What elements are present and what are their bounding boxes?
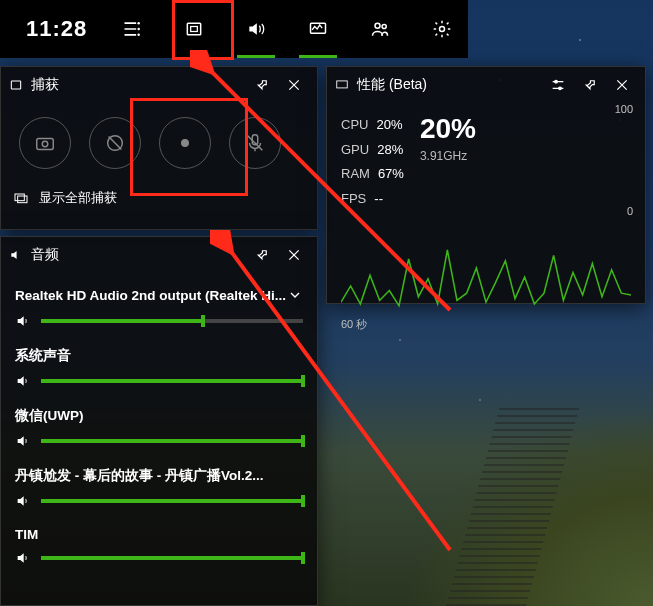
perf-chart <box>341 223 631 313</box>
audio-mixer-item: 微信(UWP) <box>15 407 303 449</box>
svg-rect-5 <box>191 27 198 32</box>
audio-close-button[interactable] <box>279 240 309 270</box>
performance-widget: 性能 (Beta) CPU20% GPU28% RAM67% FPS-- 20%… <box>326 66 646 304</box>
screenshot-button[interactable] <box>19 117 71 169</box>
svg-point-14 <box>181 139 188 146</box>
speaker-icon <box>15 433 31 449</box>
volume-slider[interactable] <box>15 373 303 389</box>
audio-icon <box>9 248 23 262</box>
audio-app-label: 系统声音 <box>15 347 303 365</box>
perf-ymax: 100 <box>615 103 633 115</box>
widgets-menu-button[interactable] <box>101 0 163 58</box>
chevron-down-icon[interactable] <box>287 287 303 303</box>
svg-point-19 <box>555 80 558 83</box>
perf-big-percent: 20% <box>420 113 601 145</box>
audio-mixer-item <box>15 313 303 329</box>
audio-mixer-item: TIM <box>15 527 303 566</box>
performance-close-button[interactable] <box>607 70 637 100</box>
svg-rect-10 <box>11 81 20 89</box>
mic-toggle-button[interactable] <box>229 117 281 169</box>
svg-rect-18 <box>337 81 348 88</box>
capture-close-button[interactable] <box>279 70 309 100</box>
capture-pin-button[interactable] <box>247 70 277 100</box>
speaker-icon <box>15 550 31 566</box>
volume-slider[interactable] <box>15 550 303 566</box>
svg-point-3 <box>138 34 141 37</box>
audio-app-label: 微信(UWP) <box>15 407 303 425</box>
svg-point-7 <box>375 23 380 28</box>
speaker-icon <box>15 493 31 509</box>
capture-widget: 捕获 显示全部捕获 <box>0 66 318 230</box>
perf-xlabel: 60 秒 <box>341 317 367 332</box>
audio-widget: 音频 Realtek HD Audio 2nd output (Realtek … <box>0 236 318 606</box>
svg-point-2 <box>138 28 141 31</box>
svg-point-8 <box>382 24 386 28</box>
capture-title: 捕获 <box>31 76 59 94</box>
audio-pin-button[interactable] <box>247 240 277 270</box>
settings-button[interactable] <box>411 0 473 58</box>
svg-rect-17 <box>18 196 27 203</box>
volume-slider[interactable] <box>15 433 303 449</box>
perf-frequency: 3.91GHz <box>420 149 601 163</box>
svg-rect-16 <box>15 194 24 201</box>
svg-rect-4 <box>188 23 201 35</box>
performance-title: 性能 (Beta) <box>357 76 427 94</box>
performance-button[interactable] <box>287 0 349 58</box>
perf-stats: CPU20% GPU28% RAM67% FPS-- <box>341 113 404 219</box>
start-record-button[interactable] <box>159 117 211 169</box>
audio-app-label: TIM <box>15 527 303 542</box>
speaker-icon <box>15 373 31 389</box>
volume-slider[interactable] <box>15 493 303 509</box>
record-last-button[interactable] <box>89 117 141 169</box>
show-all-captures-link[interactable]: 显示全部捕获 <box>39 189 117 207</box>
svg-rect-11 <box>37 138 54 149</box>
svg-point-12 <box>42 141 48 147</box>
audio-mixer-item: 系统声音 <box>15 347 303 389</box>
game-bar: 11:28 <box>0 0 468 58</box>
clock: 11:28 <box>26 16 87 42</box>
svg-point-20 <box>559 87 562 90</box>
performance-icon <box>335 78 349 92</box>
xbox-social-button[interactable] <box>349 0 411 58</box>
capture-icon <box>9 78 23 92</box>
audio-app-label: 丹镇尬发 - 幕后的故事 - 丹镇广播Vol.2... <box>15 467 303 485</box>
speaker-icon <box>15 313 31 329</box>
svg-point-9 <box>440 27 445 32</box>
perf-ymin: 0 <box>615 205 633 217</box>
audio-device-name: Realtek HD Audio 2nd output (Realtek Hi.… <box>15 288 286 303</box>
capture-button[interactable] <box>163 0 225 58</box>
audio-button[interactable] <box>225 0 287 58</box>
performance-options-button[interactable] <box>543 70 573 100</box>
gallery-icon <box>13 190 29 206</box>
svg-point-1 <box>138 22 141 25</box>
audio-title: 音频 <box>31 246 59 264</box>
volume-slider[interactable] <box>15 313 303 329</box>
audio-mixer-item: 丹镇尬发 - 幕后的故事 - 丹镇广播Vol.2... <box>15 467 303 509</box>
performance-pin-button[interactable] <box>575 70 605 100</box>
